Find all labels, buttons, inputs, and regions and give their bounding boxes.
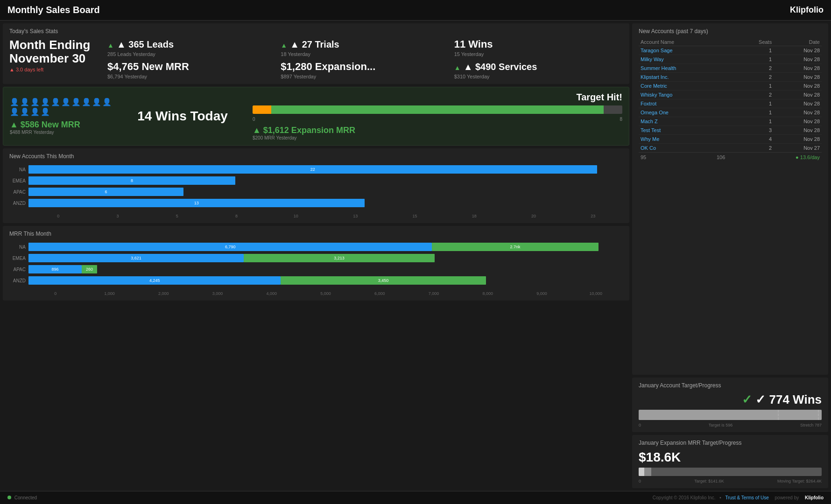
mrr-green-value: 3,450: [378, 278, 389, 283]
account-name: Summer Health: [639, 64, 733, 73]
account-seats: 4: [733, 135, 774, 144]
wins-today-center: 14 Wins Today: [117, 109, 248, 124]
january-target-panel: January Account Target/Progress ✓ ✓ 774 …: [632, 378, 828, 432]
bar-row: APAC 6: [9, 188, 623, 196]
footer-right: Copyright © 2016 Klipfolio Inc. • Trust …: [653, 495, 824, 500]
january-mrr-panel: January Expansion MRR Target/Progress $1…: [632, 435, 828, 488]
mrr-blue-value: 3,621: [131, 256, 141, 260]
mrr-bar-label: APAC: [9, 267, 26, 272]
january-mrr-amount: $18.6K: [639, 450, 822, 465]
account-seats: 2: [733, 64, 774, 73]
new-mrr-sub: $6,794 Yesterday: [107, 74, 276, 79]
account-name: Klipstart Inc.: [639, 73, 733, 82]
new-mrr-today: ▲ $586 New MRR: [10, 120, 113, 130]
account-date: Nov 28: [774, 82, 822, 91]
mrr-axis-label: 3,000: [190, 291, 245, 296]
trials-value: ▲ ▲ 27 Trials: [281, 38, 449, 50]
mrr-month-panel: MRR This Month NA 6,790 2.7nk EMEA 3,621…: [3, 226, 629, 301]
wins-today-count: 14 Wins Today: [117, 109, 248, 124]
bar-wrapper: 6: [28, 188, 623, 196]
table-row: Mach Z1Nov 28: [639, 117, 822, 126]
col-seats: Seats: [733, 38, 774, 46]
account-seats: 1: [733, 108, 774, 117]
leads-mrr-block: ▲ ▲ 365 Leads 285 Leads Yesterday $4,765…: [107, 38, 276, 79]
bar-label: EMEA: [9, 178, 26, 183]
wins-today-left: 👤👤👤👤👤👤👤👤👤👤👤👤👤👤 ▲ $586 New MRR $488 MRR Y…: [10, 98, 113, 135]
month-ending: Month Ending November 30: [9, 38, 103, 65]
account-seats: 1: [733, 117, 774, 126]
mrr-target-labels: 0 Target: $141.6K Moving Target: $264.4K: [639, 479, 822, 483]
january-target-title: January Account Target/Progress: [639, 382, 822, 389]
account-date: Nov 28: [774, 117, 822, 126]
col-account-name: Account Name: [639, 38, 733, 46]
mrr-axis-label: 7,000: [407, 291, 461, 296]
mrr-green-bar: 2.7nk: [432, 243, 598, 251]
account-date: Nov 28: [774, 55, 822, 64]
table-row: Whisky Tango2Nov 28: [639, 91, 822, 99]
target-label: Target is 596: [709, 423, 733, 427]
bar-wrapper: 22: [28, 165, 623, 174]
mrr-blue-bar: 6,790: [28, 243, 432, 251]
right-column: New Accounts (past 7 days) Account Name …: [632, 23, 828, 488]
mrr-axis-label: 6,000: [352, 291, 407, 296]
table-row: Test Test3Nov 28: [639, 126, 822, 135]
total-seats: 106: [717, 154, 725, 160]
leads-sub: 285 Leads Yesterday: [107, 51, 276, 57]
account-date: Nov 28: [774, 73, 822, 82]
mrr-axis: 01,0002,0003,0004,0005,0006,0007,0008,00…: [28, 291, 623, 296]
mrr-blue-bar: 896: [28, 265, 82, 273]
account-seats: 1: [733, 46, 774, 55]
target-zero: 0: [639, 423, 641, 427]
mrr-axis-label: 9,000: [515, 291, 569, 296]
mrr-bar-label: EMEA: [9, 256, 26, 261]
table-row: Why Me4Nov 28: [639, 135, 822, 144]
account-date: Nov 28: [774, 108, 822, 117]
table-row: OK Co2Nov 27: [639, 144, 822, 153]
new-accounts-7days-title: New Accounts (past 7 days): [639, 28, 822, 35]
stretch-line: [818, 410, 819, 420]
account-date: Nov 28: [774, 99, 822, 108]
table-row: Core Metric1Nov 28: [639, 82, 822, 91]
mrr-axis-label: 2,000: [136, 291, 190, 296]
stretch-label: Stretch 787: [800, 423, 822, 427]
col-date: Date: [774, 38, 822, 46]
january-mrr-title: January Expansion MRR Target/Progress: [639, 440, 822, 446]
mrr-bar-row: APAC 896 260: [9, 265, 623, 273]
account-name: OK Co: [639, 144, 733, 153]
mrr-green-bar: 3,213: [244, 254, 435, 262]
account-date: Nov 28: [774, 126, 822, 135]
january-wins: ✓ ✓ 774 Wins: [639, 392, 822, 407]
account-name: Omega One: [639, 108, 733, 117]
mrr-bar-wrapper: 4,245 3,450: [28, 276, 623, 285]
table-row: Klipstart Inc.2Nov 28: [639, 73, 822, 82]
mrr-blue-value: 896: [52, 267, 59, 272]
mrr-bar-wrapper: 6,790 2.7nk: [28, 243, 623, 251]
accounts-table: Account Name Seats Date Taragon Sage1Nov…: [639, 38, 822, 152]
target-line: [778, 410, 779, 420]
mrr-axis-label: 1,000: [83, 291, 137, 296]
bottom-charts: New Accounts This Month NA 22 EMEA 8 APA…: [3, 148, 629, 488]
bar-row: ANZD 13: [9, 199, 623, 207]
services-sub: $310 Yesterday: [454, 74, 623, 79]
wins-services-block: 11 Wins 15 Yesterday ▲ ▲ $490 Services $…: [454, 38, 623, 79]
mrr-bar-label: NA: [9, 245, 26, 250]
mrr-bar-label: ANZD: [9, 278, 26, 283]
account-date: Nov 27: [774, 144, 822, 153]
mrr-green-bar: 3,450: [281, 276, 486, 285]
axis-label: 20: [504, 214, 563, 218]
account-seats: 2: [733, 73, 774, 82]
axis-label: 0: [28, 214, 88, 218]
table-row: Taragon Sage1Nov 28: [639, 46, 822, 55]
account-date: Nov 28: [774, 64, 822, 73]
mrr-blue-bar: 3,621: [28, 254, 244, 262]
connected-label: Connected: [14, 495, 37, 500]
bar-wrapper: 13: [28, 199, 623, 207]
mrr-bar-wrapper: 3,621 3,213: [28, 254, 623, 262]
account-seats: 1: [733, 55, 774, 64]
bar-row: EMEA 8: [9, 176, 623, 185]
days-left: ▲ 3.0 days left: [9, 67, 103, 72]
mrr-progress-white: [639, 468, 644, 476]
bar-fill: 13: [28, 199, 365, 207]
mrr-green-value: 3,213: [334, 256, 345, 260]
table-row: Summer Health2Nov 28: [639, 64, 822, 73]
